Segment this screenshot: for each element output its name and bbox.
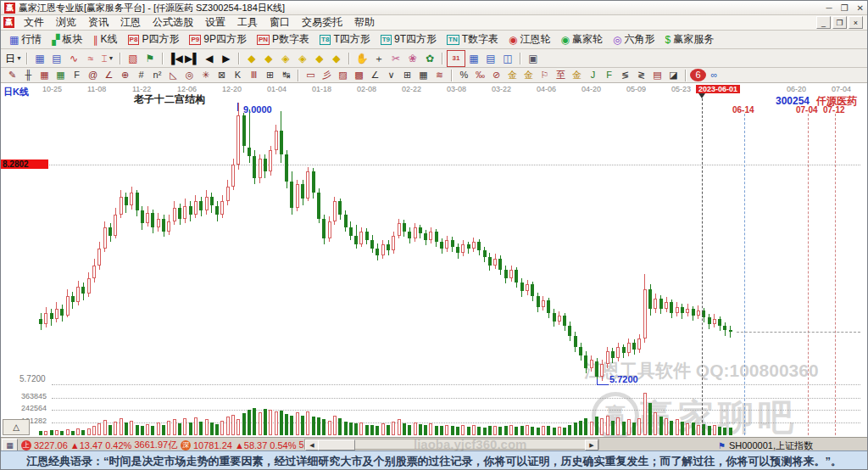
tb3-box-x-icon[interactable]: ⊠ (214, 69, 230, 81)
tb3-target-circle-icon[interactable]: ◎ (181, 69, 198, 81)
tb3-n-square-icon[interactable]: n² (149, 69, 165, 81)
tb3-shade-grid-icon[interactable]: ▨ (335, 69, 351, 81)
mdi-close-icon[interactable]: × (849, 16, 863, 29)
restore-icon[interactable]: ❐ (841, 3, 849, 13)
tb3-draw-pencil-icon[interactable]: ✎ (4, 69, 20, 81)
menu-help[interactable]: 帮助 (348, 16, 381, 28)
tb3-gann-grid-red-icon[interactable]: ▦ (36, 69, 53, 81)
tb2-flag-tool-icon[interactable]: ⚑ (142, 51, 159, 66)
tb3-shade-box-icon[interactable]: ▩ (351, 69, 367, 81)
tb3-zigzag-up-icon[interactable]: ≶ (617, 69, 633, 81)
collapse-panel-button[interactable]: △ (3, 419, 30, 435)
tb1-quotes[interactable]: ▦行情 (4, 31, 47, 48)
tb2-candle-style-icon[interactable]: ⌶▼ (99, 51, 116, 66)
tb3-red-pagoda-icon[interactable]: Ⅲ (246, 69, 262, 81)
tb3-gold-ratio-1-icon[interactable]: 金 (504, 69, 520, 81)
tb3-j-trend-icon[interactable]: J (585, 69, 601, 81)
tb3-vertical-grid-icon[interactable]: ╫ (20, 69, 36, 81)
menu-window[interactable]: 窗口 (264, 16, 296, 28)
tb3-circle-cross-icon[interactable]: ⊕ (117, 69, 133, 81)
tb3-infinity-icon[interactable]: ∞ (706, 69, 722, 81)
tb3-f-trend-icon[interactable]: F (601, 69, 617, 81)
tb3-gold-ratio-3-icon[interactable]: 金 (569, 69, 585, 81)
menu-tools[interactable]: 工具 (231, 16, 264, 28)
tb1-winner-wheel[interactable]: ◉赢家轮 (556, 31, 608, 48)
tb2-save-disk-icon[interactable]: ◫ (499, 51, 516, 66)
tb3-span-arrows-icon[interactable]: ↹ (278, 69, 294, 81)
scrollbar-thumb[interactable] (318, 439, 355, 450)
tb3-k-prime-icon[interactable]: K (230, 69, 246, 81)
tb2-cut-tool-icon[interactable]: ✂ (387, 51, 404, 66)
sh-index-quote[interactable]: 上 3227.06 ▲13.47 0.42% 3661.97亿 (21, 439, 177, 451)
tb3-winner-ball-icon[interactable]: 6 (690, 69, 706, 81)
tb1-t-number-table[interactable]: TNT数字表 (442, 31, 504, 48)
scroll-left-icon[interactable]: ◀ (305, 439, 319, 450)
tb3-percent-icon[interactable]: % (456, 69, 472, 81)
tb1-sectors[interactable]: ▞板块 (47, 31, 87, 48)
tb2-calculator-icon[interactable]: ▦ (465, 51, 482, 66)
tb3-level-tool-icon[interactable]: 至 (553, 69, 569, 81)
tb2-chart-window-icon[interactable]: ▦ (31, 51, 48, 66)
menu-settings[interactable]: 设置 (199, 16, 231, 28)
tb3-hash-grid-icon[interactable]: # (133, 69, 149, 81)
tb1-winner-service[interactable]: $赢家服务 (660, 31, 720, 48)
tb1-kline[interactable]: ∥K线 (88, 31, 123, 48)
tb3-circle-slash-icon[interactable]: ⊘ (488, 69, 504, 81)
tb2-flower-tool-icon[interactable]: ❀ (404, 51, 421, 66)
kline-chart-area[interactable]: 日K线 老子十二宫结构 300254仟源医药 10-2511-0811-2212… (1, 83, 868, 437)
mdi-minimize-icon[interactable]: _ (816, 16, 831, 29)
tb2-prev-bar-icon[interactable]: ◀ (201, 51, 218, 66)
tb1-p-square[interactable]: P8P四方形 (123, 31, 185, 48)
tb2-notes-icon[interactable]: ▤ (482, 51, 499, 66)
tb2-first-bar-icon[interactable]: ▐◀ (167, 51, 184, 66)
tb1-hexagon[interactable]: ◎六角形 (608, 31, 659, 48)
tb3-check-v-icon[interactable]: ∨ (383, 69, 399, 81)
tb2-diamond-lr-icon[interactable]: ◆ (243, 51, 260, 66)
tb1-9p-square[interactable]: P99P四方形 (184, 31, 251, 48)
tb3-gann-grid-green-icon[interactable]: ▦ (53, 69, 69, 81)
menu-formula-pick[interactable]: 公式选股 (147, 16, 199, 28)
tb2-info-panel-icon[interactable]: ▤ (48, 51, 65, 66)
tb3-band-tool-icon[interactable]: ▤ (649, 69, 665, 81)
tb2-period-day-icon[interactable]: 日▼ (4, 51, 23, 66)
tb1-t-square[interactable]: T8T四方形 (314, 31, 376, 48)
menu-trade[interactable]: 交易委托 (296, 16, 348, 28)
menu-file[interactable]: 文件 (18, 16, 50, 28)
tb3-fibonacci-f-icon[interactable]: F (69, 69, 85, 81)
menu-gann[interactable]: 江恩 (114, 16, 147, 28)
tb2-green-tool-icon[interactable]: ✿ (421, 51, 438, 66)
tb2-diamond-expand-icon[interactable]: ◆ (311, 51, 328, 66)
tb3-ray-fan-icon[interactable]: 彡 (319, 69, 335, 81)
scroll-right-icon[interactable]: ▶ (585, 439, 598, 450)
tb3-angle-2-icon[interactable]: ∠ (367, 69, 383, 81)
tb3-star-burst-icon[interactable]: ✳ (198, 69, 214, 81)
tb2-diamond-ud-icon[interactable]: ◆ (260, 51, 277, 66)
tb2-zigzag-b-icon[interactable]: ≈ (82, 51, 99, 66)
tb1-gann-wheel[interactable]: ◉江恩轮 (504, 31, 555, 48)
tb3-flag-1-icon[interactable]: ⚐ (537, 69, 553, 81)
menu-news[interactable]: 资讯 (82, 16, 114, 28)
tb2-last-bar-icon[interactable]: ▶▌ (184, 51, 201, 66)
tb1-p-number-table[interactable]: PNP数字表 (252, 31, 314, 48)
tb2-red-chart-icon[interactable]: ▧ (125, 51, 142, 66)
tb3-angle-line-icon[interactable]: ∠ (101, 69, 117, 81)
close-icon[interactable]: ✕ (857, 3, 864, 13)
tb1-9t-square[interactable]: T99T四方形 (376, 31, 442, 48)
tb2-pan-hand-icon[interactable]: ✋ (353, 51, 370, 66)
tb3-rect-tool-icon[interactable]: ▭ (303, 69, 319, 81)
tb3-corner-tool-icon[interactable]: ◪ (665, 69, 682, 81)
tb3-waves-icon[interactable]: ≋ (431, 69, 448, 81)
tb2-diamond-shrink-icon[interactable]: ◆ (328, 51, 345, 66)
tb2-truck-icon[interactable]: ▣ (525, 51, 542, 66)
tb2-diamond-in-icon[interactable]: ◈ (277, 51, 294, 66)
tb3-spiral-icon[interactable]: @ (85, 69, 101, 81)
grid-view-button[interactable]: ▦ (2, 439, 18, 451)
tb3-zigzag-down-icon[interactable]: ≷ (633, 69, 649, 81)
tb2-zigzag-a-icon[interactable]: ∿ (65, 51, 82, 66)
tb3-ruler-tri-icon[interactable]: ◺ (165, 69, 181, 81)
menu-browse[interactable]: 浏览 (50, 16, 82, 28)
minimize-icon[interactable]: ─ (826, 3, 832, 13)
tb2-crosshair-icon[interactable]: ＋ (370, 51, 387, 66)
tb2-calendar-icon[interactable]: 31 (447, 50, 465, 67)
tb3-table-grid-icon[interactable]: ⊞ (399, 69, 415, 81)
